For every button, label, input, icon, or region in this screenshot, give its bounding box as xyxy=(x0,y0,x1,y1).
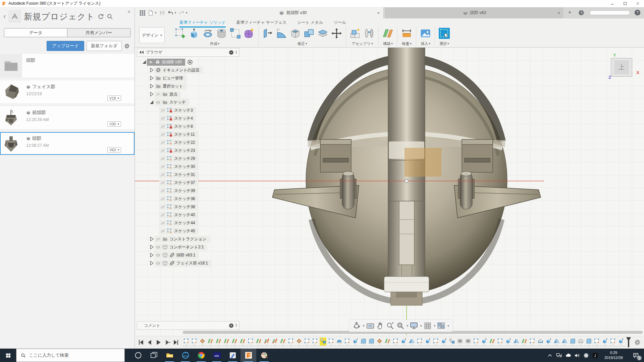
eye-hidden-icon[interactable] xyxy=(160,108,165,113)
expand-arrow-icon[interactable] xyxy=(149,83,154,89)
comment-bar[interactable]: コメント +‖ xyxy=(137,321,239,330)
timeline-feature-sketch[interactable] xyxy=(247,338,254,346)
eye-hidden-icon[interactable] xyxy=(160,188,165,193)
eye-hidden-icon[interactable] xyxy=(160,172,165,177)
tray-ime-j-icon[interactable]: J xyxy=(592,353,598,358)
undo-icon[interactable] xyxy=(168,10,173,16)
taskbar-cortana-icon[interactable] xyxy=(130,349,146,362)
tree-row-sketch[interactable]: スケッチ40 xyxy=(137,211,239,219)
timeline-feature-sketch[interactable] xyxy=(497,338,503,346)
timeline-feature-plane[interactable] xyxy=(239,338,246,346)
data-panel-item[interactable]: 頭部 xyxy=(0,54,135,77)
pan-icon[interactable] xyxy=(376,321,385,330)
tree-row-sketch[interactable]: スケッチ45 xyxy=(137,227,239,235)
timeline-feature-plane[interactable] xyxy=(521,338,528,346)
version-badge[interactable]: V63▾ xyxy=(107,147,121,153)
hole-icon[interactable] xyxy=(216,28,227,39)
timeline-feature-extrude[interactable] xyxy=(545,338,552,346)
timeline-feature-extrude[interactable] xyxy=(352,338,359,346)
document-tab-active[interactable]: 前頭部 v30 × xyxy=(203,7,383,18)
action-center-button[interactable]: 1 xyxy=(629,349,642,362)
playback-go-end-button[interactable] xyxy=(172,339,179,346)
press-pull-icon[interactable] xyxy=(262,28,273,39)
eye-hidden-icon[interactable] xyxy=(160,204,165,209)
timeline-feature-face[interactable] xyxy=(296,338,302,346)
new-tab-button[interactable]: + xyxy=(568,9,571,15)
pattern-icon[interactable] xyxy=(230,28,241,39)
timeline-feature-component-active[interactable] xyxy=(320,338,326,346)
tree-row[interactable]: 頭部 v63:1 xyxy=(137,251,239,259)
ribbon-group-label[interactable]: 選択▾ xyxy=(439,41,449,46)
taskbar-chrome-icon[interactable] xyxy=(193,349,209,362)
ribbon-tab[interactable]: ツール xyxy=(334,20,346,27)
taskbar-clock[interactable]: 0:29 2019/12/28 xyxy=(604,350,623,360)
upload-button[interactable]: アップロード xyxy=(47,41,84,51)
taskbar-task-view-icon[interactable] xyxy=(146,349,162,362)
eye-hidden-icon[interactable] xyxy=(160,180,165,185)
minimize-button[interactable] xyxy=(606,0,619,7)
joint-icon[interactable] xyxy=(364,28,375,39)
tree-row-sketch[interactable]: スケッチ31 xyxy=(137,171,239,179)
orbit-icon[interactable] xyxy=(352,321,361,330)
extrude-icon[interactable] xyxy=(189,28,200,39)
data-panel-item[interactable]: 頭部12:08:27 AMV63▾ xyxy=(0,132,135,155)
eye-hidden-icon[interactable] xyxy=(160,148,165,153)
taskbar-search-input[interactable]: ここに入力して検索 xyxy=(16,349,125,362)
tree-row-sketch[interactable]: スケッチ11 xyxy=(137,130,239,138)
display-settings-icon[interactable] xyxy=(410,321,418,330)
close-button[interactable] xyxy=(631,0,644,7)
form-icon[interactable] xyxy=(244,28,255,39)
eye-hidden-icon[interactable] xyxy=(160,213,165,218)
timeline-feature-sketch[interactable] xyxy=(191,338,198,346)
gear-icon[interactable] xyxy=(124,43,130,49)
save-icon[interactable] xyxy=(159,10,165,16)
app-grid-icon[interactable] xyxy=(140,10,145,16)
timeline-feature-mirror[interactable] xyxy=(513,338,520,346)
tree-row-sketch[interactable]: スケッチ3 xyxy=(137,106,239,114)
timeline-feature-plane-x[interactable] xyxy=(271,338,278,346)
tray-network-icon[interactable] xyxy=(556,353,562,358)
version-badge[interactable]: V18▾ xyxy=(107,96,121,101)
eye-visible-icon[interactable] xyxy=(156,261,161,266)
timeline-feature-mirror[interactable] xyxy=(553,338,560,346)
timeline-feature-plane-x[interactable] xyxy=(263,338,270,346)
view-cube-face-top[interactable]: 上 xyxy=(614,60,629,74)
timeline-feature-hole[interactable] xyxy=(465,338,471,346)
timeline-feature-sketch[interactable] xyxy=(328,338,334,346)
timeline-feature-face[interactable] xyxy=(376,338,383,346)
eye-visible-icon[interactable] xyxy=(156,245,161,250)
eye-hidden-icon[interactable] xyxy=(160,132,165,137)
ribbon-group-label[interactable]: 作成▾ xyxy=(210,41,220,46)
tree-row-sketch[interactable]: スケッチ23 xyxy=(137,146,239,155)
expand-arrow-icon[interactable] xyxy=(149,75,154,81)
eye-hidden-icon[interactable] xyxy=(156,237,161,242)
tree-row[interactable]: ドキュメントの設定 xyxy=(137,66,239,74)
timeline-settings-gear-icon[interactable] xyxy=(634,339,641,346)
ribbon-group-label[interactable]: 修正▾ xyxy=(298,41,307,46)
eye-hidden-icon[interactable] xyxy=(160,140,165,145)
eye-hidden-icon[interactable] xyxy=(160,229,165,234)
timeline-feature-sketch[interactable] xyxy=(312,338,318,346)
tree-row-sketch[interactable]: スケッチ4 xyxy=(137,114,239,122)
timeline-feature-plane[interactable] xyxy=(207,338,214,346)
eye-hidden-icon[interactable] xyxy=(160,164,165,169)
start-button[interactable] xyxy=(0,349,16,362)
timeline-feature-plane[interactable] xyxy=(279,338,286,346)
viewports-icon[interactable] xyxy=(437,321,445,330)
taskbar-vix-icon[interactable]: ViX xyxy=(209,349,225,362)
version-badge[interactable]: V30▾ xyxy=(107,121,121,127)
help-icon[interactable]: ? xyxy=(635,10,640,15)
taskbar-pen-icon[interactable] xyxy=(225,349,240,362)
tray-chevron-up-icon[interactable] xyxy=(547,353,553,358)
expand-arrow-icon[interactable] xyxy=(142,59,147,65)
sketch-create-icon[interactable] xyxy=(175,28,186,39)
document-tab-inactive[interactable]: 頭部 v63 × xyxy=(385,7,564,18)
activate-component-radio[interactable] xyxy=(187,59,193,65)
eye-hidden-icon[interactable] xyxy=(160,196,165,201)
tab-close-icon[interactable]: × xyxy=(557,10,560,15)
look-at-icon[interactable] xyxy=(366,321,375,330)
ribbon-group-label[interactable]: 検査▾ xyxy=(402,41,412,46)
timeline-feature-sketch[interactable] xyxy=(287,338,294,346)
timeline-feature-face[interactable] xyxy=(199,338,206,346)
offset-icon[interactable] xyxy=(317,28,328,39)
